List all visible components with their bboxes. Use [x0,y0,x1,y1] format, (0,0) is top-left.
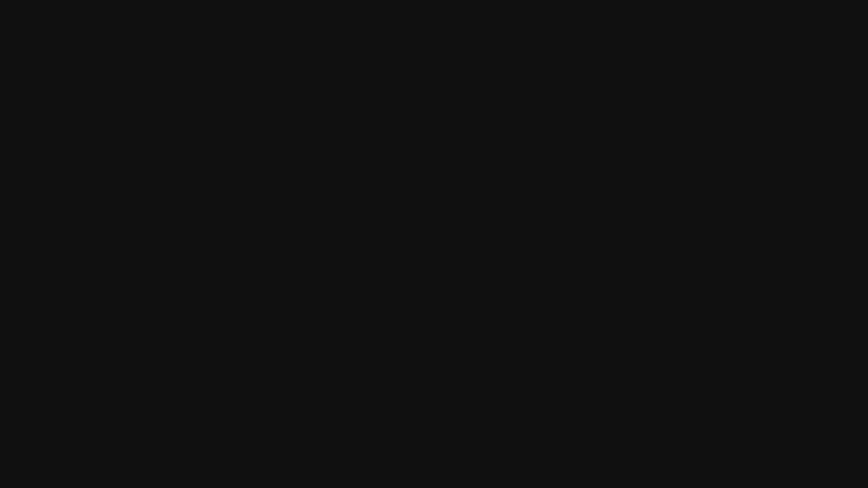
screen [0,0,868,488]
window-grid [0,0,868,488]
